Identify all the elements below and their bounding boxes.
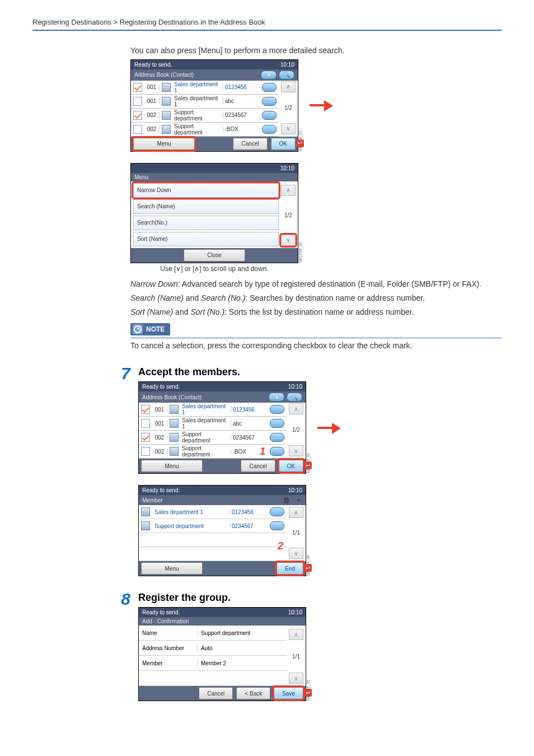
row-detail-button[interactable] xyxy=(262,125,277,134)
ok-button[interactable]: OK xyxy=(279,460,303,472)
row-value: abc xyxy=(223,98,260,104)
screen-title: Ready to send. xyxy=(142,384,180,390)
sort-icon[interactable]: ▾ xyxy=(261,71,277,80)
row-num: 002 xyxy=(152,435,167,441)
trash-icon[interactable]: 🗑 xyxy=(282,496,290,504)
screen-clock: 10:10 xyxy=(288,487,302,493)
row-name: Support department xyxy=(153,523,226,529)
row-value: 0234567 xyxy=(231,435,268,441)
checkbox-icon[interactable] xyxy=(141,433,150,442)
sort-icon[interactable]: ▾ xyxy=(269,393,284,402)
row-detail-button[interactable] xyxy=(270,447,284,456)
page-indicator: 1/2 xyxy=(292,427,300,433)
menu-button[interactable]: Menu xyxy=(141,460,203,472)
close-button[interactable]: Close xyxy=(184,249,245,262)
note-box: NOTE To cancel a selection, press the co… xyxy=(130,323,502,351)
row-detail-button[interactable] xyxy=(270,507,284,516)
arrow-icon xyxy=(310,101,333,109)
menu-item-sort-name[interactable]: Sort (Name) xyxy=(133,232,279,246)
list-item[interactable]: 001 Sales department 1 abc xyxy=(139,417,287,431)
checkbox-icon[interactable] xyxy=(141,447,150,456)
row-value: 0123456 xyxy=(229,509,266,515)
row-detail-button[interactable] xyxy=(262,83,277,92)
row-detail-button[interactable] xyxy=(270,433,284,442)
row-num: 001 xyxy=(144,84,160,90)
type-icon xyxy=(162,125,171,134)
list-item[interactable]: Support department 0234567 xyxy=(139,519,287,533)
row-num: 001 xyxy=(152,421,167,427)
step-number-8: 8 xyxy=(115,591,130,701)
row-detail-button[interactable] xyxy=(270,521,284,530)
screen-address-book-a: Ready to send. 10:10 Address Book (Conta… xyxy=(130,59,298,152)
step-title-7: Accept the members. xyxy=(138,366,502,378)
cancel-button[interactable]: Cancel xyxy=(199,687,233,699)
menu-item-search-no[interactable]: Search(No.) xyxy=(133,216,279,230)
row-detail-button[interactable] xyxy=(270,419,284,428)
menu-button[interactable]: Menu xyxy=(141,562,203,575)
ok-button[interactable]: OK xyxy=(271,138,296,150)
checkbox-icon[interactable] xyxy=(133,125,142,134)
checkbox-icon[interactable] xyxy=(133,97,142,106)
row-num: 002 xyxy=(152,449,167,455)
back-button[interactable]: < Back xyxy=(236,687,270,699)
callout-2: 2 xyxy=(278,540,283,552)
search-text: Search (Name) and Search (No.): Searches… xyxy=(130,293,502,304)
row-detail-button[interactable] xyxy=(262,97,277,106)
list-item[interactable]: 002 Support department .BOX xyxy=(131,123,279,137)
checkbox-icon[interactable] xyxy=(133,111,142,120)
screen-subtitle: Add - Confirmation xyxy=(142,618,189,624)
screen-clock: 10:10 xyxy=(288,384,302,390)
image-tag: GB0428_01 xyxy=(298,130,302,151)
row-detail-button[interactable] xyxy=(262,111,277,120)
save-button[interactable]: Save xyxy=(274,687,303,699)
end-button[interactable]: End xyxy=(277,562,303,575)
menu-button[interactable]: Menu xyxy=(133,138,195,150)
list-item[interactable]: 001 Sales department 1 0123456 xyxy=(131,81,279,95)
scroll-up-button[interactable]: ∧ xyxy=(281,81,296,92)
menu-item-search-name[interactable]: Search (Name) xyxy=(133,199,279,214)
list-item[interactable]: 001 Sales department 1 0123456 xyxy=(139,403,287,417)
search-icon[interactable]: 🔍 xyxy=(287,393,302,402)
image-tag: GB0714_04 xyxy=(306,555,310,576)
checkbox-icon[interactable] xyxy=(141,405,150,414)
scroll-down-button[interactable]: ∨ xyxy=(281,123,296,134)
menu-item-narrow-down[interactable]: Narrow Down xyxy=(133,183,279,198)
list-item[interactable]: Sales department 1 0123456 xyxy=(139,505,287,519)
checkbox-icon[interactable] xyxy=(141,419,150,428)
scroll-up-button[interactable]: ∧ xyxy=(281,185,296,196)
page-number: 2-8 xyxy=(32,701,502,756)
image-tag: GB1038_00 xyxy=(298,242,302,263)
page-indicator: 1/2 xyxy=(284,105,292,111)
row-detail-button[interactable] xyxy=(270,405,284,414)
plus-icon[interactable]: ＋ xyxy=(294,496,302,504)
row-value: 0123456 xyxy=(223,84,260,90)
list-item[interactable]: 001 Sales department 1 abc xyxy=(131,95,279,109)
screen-member: Ready to send. 10:10 Member 🗑 ＋ Sal xyxy=(138,485,306,576)
row-num: 001 xyxy=(144,98,160,104)
intro-text: You can also press [Menu] to perform a m… xyxy=(130,45,502,56)
row-num: 002 xyxy=(144,112,160,118)
checkbox-icon[interactable] xyxy=(133,83,142,92)
scroll-up-button[interactable]: ∧ xyxy=(289,403,303,414)
scroll-down-button[interactable]: ∨ xyxy=(289,548,303,559)
cancel-button[interactable]: Cancel xyxy=(241,460,275,472)
type-icon xyxy=(162,97,171,106)
step-number-7: 7 xyxy=(115,365,130,576)
list-item[interactable]: 002 Support department 0234567 xyxy=(139,431,287,445)
scroll-up-button[interactable]: ∧ xyxy=(289,629,303,640)
conf-row-member[interactable]: Member Member:2 xyxy=(139,656,287,671)
conf-label: Address Number xyxy=(139,645,197,651)
scroll-down-button[interactable]: ∨ xyxy=(289,445,303,456)
row-num: 001 xyxy=(152,407,167,413)
scroll-down-button[interactable]: ∨ xyxy=(281,235,296,246)
header-rule xyxy=(32,30,502,31)
row-value: abc xyxy=(231,421,268,427)
search-icon[interactable]: 🔍 xyxy=(279,71,294,80)
type-icon xyxy=(170,405,179,414)
scroll-up-button[interactable]: ∧ xyxy=(289,507,303,518)
conf-row-address[interactable]: Address Number Auto xyxy=(139,641,287,656)
cancel-button[interactable]: Cancel xyxy=(233,138,267,150)
list-item[interactable]: 002 Support department 0234567 xyxy=(131,109,279,123)
scroll-down-button[interactable]: ∨ xyxy=(289,673,303,684)
conf-row-name[interactable]: Name Support department xyxy=(139,626,287,641)
